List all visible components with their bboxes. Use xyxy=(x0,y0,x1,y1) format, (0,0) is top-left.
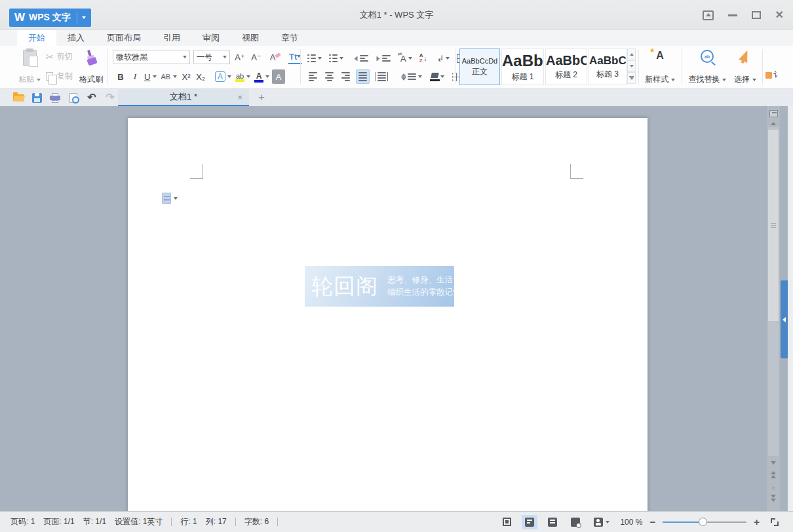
underline-button[interactable]: U xyxy=(143,69,158,84)
vertical-scrollbar[interactable]: ○ xyxy=(767,106,780,511)
zoom-slider-thumb[interactable] xyxy=(699,518,707,526)
paste-button[interactable]: 粘贴 xyxy=(14,48,45,86)
fit-page-icon xyxy=(771,518,779,526)
align-right-button[interactable] xyxy=(339,69,352,84)
bullet-list-button[interactable] xyxy=(305,51,324,66)
ruler-toggle-button[interactable] xyxy=(767,106,780,118)
align-center-button[interactable] xyxy=(323,69,336,84)
tab-page-layout[interactable]: 页面布局 xyxy=(96,30,152,46)
style-card-body-text[interactable]: AaBbCcDd 正文 xyxy=(459,48,500,85)
triangle-down-icon xyxy=(771,461,776,465)
subscript-button[interactable]: X₂ xyxy=(194,69,207,84)
next-page-button[interactable] xyxy=(767,493,780,503)
select-browse-object-button[interactable]: ○ xyxy=(767,482,780,493)
char-shading-button[interactable]: A xyxy=(272,69,285,84)
save-button[interactable] xyxy=(30,91,43,104)
web-view-button[interactable] xyxy=(568,515,583,529)
minimize-button[interactable] xyxy=(728,9,737,21)
decrease-font-button[interactable]: A⁻ xyxy=(250,50,263,64)
fit-page-button[interactable] xyxy=(767,515,783,529)
highlight-color-button[interactable]: ab xyxy=(234,69,252,84)
status-word-count[interactable]: 字数: 6 xyxy=(244,516,269,527)
document-workspace: 轮回阁 思考、修身、生活 编织生活的零散记忆 ○ xyxy=(0,106,793,511)
outline-view-button[interactable] xyxy=(545,515,560,529)
shading-button[interactable] xyxy=(428,69,446,84)
clear-format-button[interactable]: A xyxy=(266,50,279,64)
tab-close-icon[interactable]: × xyxy=(237,92,242,102)
paste-options-icon xyxy=(162,193,171,204)
copy-button[interactable]: 复制 xyxy=(46,71,73,82)
superscript-button[interactable]: X² xyxy=(180,69,193,84)
tab-review[interactable]: 审阅 xyxy=(191,30,231,46)
tab-section[interactable]: 章节 xyxy=(270,30,309,46)
styles-scroll-down-button[interactable] xyxy=(627,60,636,72)
find-replace-button[interactable]: ab 查找替换 xyxy=(686,48,729,86)
line-spacing-button[interactable] xyxy=(399,69,424,84)
zoom-slider[interactable] xyxy=(663,518,746,527)
paste-icon xyxy=(23,50,37,66)
italic-button[interactable]: I xyxy=(128,69,142,84)
cut-button[interactable]: ✂ 剪切 xyxy=(46,51,73,62)
scrollbar-thumb[interactable] xyxy=(768,130,779,321)
tab-insert[interactable]: 插入 xyxy=(56,30,96,46)
font-family-select[interactable]: 微软雅黑 xyxy=(113,50,190,64)
tab-home[interactable]: 开始 xyxy=(17,30,56,46)
zoom-in-button[interactable]: + xyxy=(754,516,760,527)
char-border-button[interactable]: A xyxy=(214,69,233,84)
justify-button[interactable] xyxy=(356,69,370,84)
side-panel-handle[interactable] xyxy=(781,280,788,358)
chevron-down-icon xyxy=(82,16,86,19)
char-scale-button[interactable]: A⇄ xyxy=(398,51,414,66)
distribute-button[interactable] xyxy=(374,69,390,84)
assistant-button[interactable] xyxy=(590,515,613,529)
fullscreen-button[interactable] xyxy=(499,515,514,529)
tab-references[interactable]: 引用 xyxy=(152,30,191,46)
paste-options-button[interactable] xyxy=(162,193,178,204)
ribbon-toggle-button[interactable] xyxy=(703,9,714,21)
font-size-select[interactable]: 一号 xyxy=(193,50,230,64)
zoom-out-button[interactable]: − xyxy=(649,516,655,527)
increase-indent-button[interactable] xyxy=(374,51,393,66)
tab-view[interactable]: 视图 xyxy=(231,30,270,46)
select-button[interactable]: 选择 xyxy=(731,48,759,86)
sort-button[interactable]: AZ ↓ xyxy=(417,51,429,66)
ribbon-overflow-item[interactable]: 讠 xyxy=(765,69,779,81)
style-card-heading-3[interactable]: AaBbCcDd 标题 3 xyxy=(589,48,627,85)
format-painter-button[interactable]: 格式刷 xyxy=(77,48,105,86)
previous-page-button[interactable] xyxy=(767,469,780,480)
new-tab-button[interactable]: + xyxy=(254,90,269,105)
show-marks-button[interactable]: ↲ xyxy=(435,51,452,66)
style-card-heading-2[interactable]: AaBbCcDd 标题 2 xyxy=(545,48,587,85)
chevron-down-icon xyxy=(440,75,444,78)
print-button[interactable] xyxy=(48,91,62,104)
font-color-button[interactable]: A xyxy=(253,69,271,84)
watermark: 轮回阁 思考、修身、生活 编织生活的零散记忆 xyxy=(305,266,454,307)
align-left-button[interactable] xyxy=(307,69,319,84)
document-tab[interactable]: 文档1 * × xyxy=(118,89,249,106)
increase-font-button[interactable]: A⁺ xyxy=(233,50,246,64)
outline-view-icon xyxy=(548,518,557,527)
maximize-button[interactable] xyxy=(752,9,761,21)
new-style-button[interactable]: A 新样式 xyxy=(642,48,678,86)
zoom-value[interactable]: 100 % xyxy=(620,518,642,527)
scrollbar-track[interactable] xyxy=(768,127,779,456)
app-menu-button[interactable]: W WPS 文字 xyxy=(9,9,91,27)
redo-icon: ↷ xyxy=(106,92,114,103)
undo-button[interactable]: ↶ xyxy=(85,91,98,104)
strikethrough-button[interactable]: AB xyxy=(159,69,178,84)
page-view-button[interactable] xyxy=(522,515,537,529)
styles-more-button[interactable] xyxy=(627,72,636,84)
wps-logo-icon: W xyxy=(14,11,25,24)
document-page[interactable]: 轮回阁 思考、修身、生活 编织生活的零散记忆 xyxy=(128,118,648,511)
close-button[interactable]: ✕ xyxy=(775,9,784,21)
bold-button[interactable]: B xyxy=(114,69,127,84)
open-button[interactable] xyxy=(12,91,25,104)
styles-scroll-up-button[interactable] xyxy=(627,48,636,60)
redo-button[interactable]: ↷ xyxy=(104,91,117,104)
scroll-down-button[interactable] xyxy=(767,457,780,468)
numbered-list-button[interactable] xyxy=(327,51,345,66)
style-card-heading-1[interactable]: AaBbCcDd 标题 1 xyxy=(501,48,544,85)
print-preview-button[interactable] xyxy=(67,91,80,104)
status-page-count: 页面: 1/1 xyxy=(43,516,74,527)
decrease-indent-button[interactable] xyxy=(351,51,370,66)
